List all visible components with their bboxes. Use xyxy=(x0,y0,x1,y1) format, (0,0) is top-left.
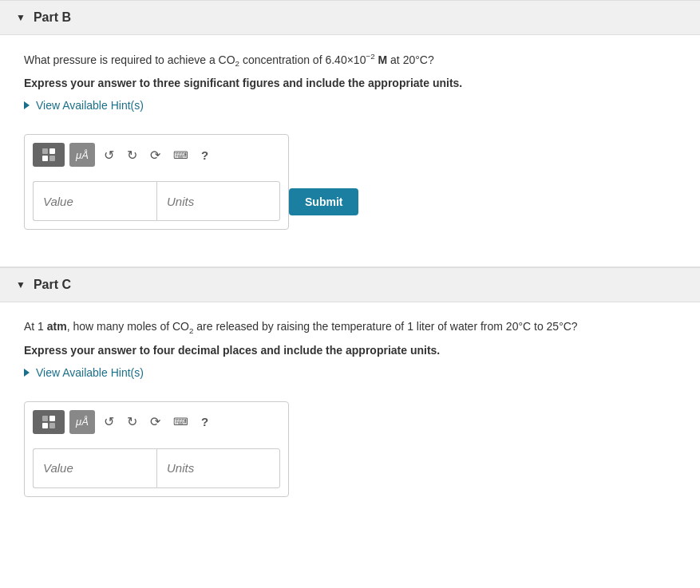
help-button-part-b[interactable]: ? xyxy=(197,146,212,164)
section-header-part-c[interactable]: ▼ Part C xyxy=(0,267,700,302)
mu-button-part-c[interactable]: μÅ xyxy=(69,410,95,434)
section-header-part-b[interactable]: ▼ Part B xyxy=(0,0,700,35)
grid-icon-part-b xyxy=(42,148,55,161)
section-title-part-b: Part B xyxy=(34,10,71,25)
mu-label-part-c: μÅ xyxy=(76,416,89,428)
mu-label-part-b: μÅ xyxy=(76,149,89,161)
undo-button-part-b[interactable]: ↺ xyxy=(100,145,118,165)
answer-box-part-c: μÅ↺↻⟳⌨? xyxy=(24,401,289,497)
undo-icon-part-b: ↺ xyxy=(104,148,114,163)
redo-icon-part-b: ↻ xyxy=(127,148,137,163)
hint-link-part-b[interactable]: View Available Hint(s) xyxy=(24,99,144,112)
keyboard-button-part-c[interactable]: ⌨ xyxy=(169,413,192,430)
help-button-part-c[interactable]: ? xyxy=(197,412,212,431)
value-input-part-b[interactable] xyxy=(33,181,156,221)
reset-button-part-c[interactable]: ⟳ xyxy=(146,412,164,432)
hint-label-part-b: View Available Hint(s) xyxy=(36,99,144,112)
hint-label-part-c: View Available Hint(s) xyxy=(36,366,144,379)
chevron-icon-part-c: ▼ xyxy=(16,279,26,290)
answer-box-part-b: μÅ↺↻⟳⌨? xyxy=(24,134,289,230)
units-input-part-b[interactable] xyxy=(156,181,280,221)
toolbar-part-b: μÅ↺↻⟳⌨? xyxy=(33,143,280,173)
instructions-part-c: Express your answer to four decimal plac… xyxy=(24,344,676,357)
reset-icon-part-b: ⟳ xyxy=(150,148,160,163)
grid-icon-part-c xyxy=(42,416,55,428)
hint-arrow-icon-part-c xyxy=(24,369,30,377)
units-input-part-c[interactable] xyxy=(156,448,280,488)
redo-button-part-c[interactable]: ↻ xyxy=(123,412,141,432)
reset-button-part-b[interactable]: ⟳ xyxy=(146,145,164,165)
toolbar-part-c: μÅ↺↻⟳⌨? xyxy=(33,410,280,440)
submit-button-part-b[interactable]: Submit xyxy=(289,188,358,215)
undo-button-part-c[interactable]: ↺ xyxy=(100,412,118,432)
undo-icon-part-c: ↺ xyxy=(104,414,114,429)
input-row-part-b xyxy=(33,181,280,221)
hint-link-part-c[interactable]: View Available Hint(s) xyxy=(24,366,144,379)
question-text-part-c: At 1 atm, how many moles of CO2 are rele… xyxy=(24,318,676,337)
hint-arrow-icon-part-b xyxy=(24,101,30,109)
mu-button-part-b[interactable]: μÅ xyxy=(69,143,95,167)
grid-button-part-b[interactable] xyxy=(33,143,65,167)
chevron-icon-part-b: ▼ xyxy=(16,12,26,23)
reset-icon-part-c: ⟳ xyxy=(150,414,160,429)
section-body-part-b: What pressure is required to achieve a C… xyxy=(0,35,700,266)
grid-button-part-c[interactable] xyxy=(33,410,65,434)
keyboard-icon-part-c: ⌨ xyxy=(173,416,188,428)
redo-icon-part-c: ↻ xyxy=(127,414,137,429)
instructions-part-b: Express your answer to three significant… xyxy=(24,77,676,89)
help-label-part-b: ? xyxy=(201,148,208,162)
section-body-part-c: At 1 atm, how many moles of CO2 are rele… xyxy=(0,302,700,533)
help-label-part-c: ? xyxy=(201,415,208,428)
section-title-part-c: Part C xyxy=(34,278,71,292)
input-row-part-c xyxy=(33,448,280,488)
question-text-part-b: What pressure is required to achieve a C… xyxy=(24,51,676,70)
redo-button-part-b[interactable]: ↻ xyxy=(123,145,141,165)
keyboard-button-part-b[interactable]: ⌨ xyxy=(169,147,192,164)
keyboard-icon-part-b: ⌨ xyxy=(173,149,188,161)
value-input-part-c[interactable] xyxy=(33,448,156,488)
